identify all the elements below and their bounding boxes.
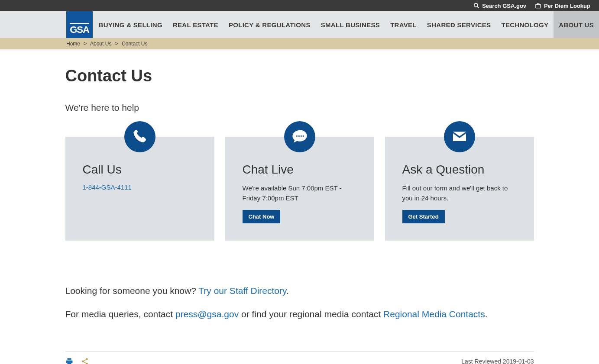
breadcrumb: Home > About Us > Contact Us bbox=[0, 38, 599, 49]
footer-icons bbox=[65, 358, 89, 364]
breadcrumb-separator: > bbox=[115, 41, 118, 47]
nav-technology[interactable]: TECHNOLOGY bbox=[496, 11, 554, 38]
per-diem-link[interactable]: Per Diem Lookup bbox=[535, 3, 590, 9]
search-icon bbox=[473, 3, 479, 9]
breadcrumb-home[interactable]: Home bbox=[66, 41, 80, 47]
phone-icon bbox=[124, 121, 155, 152]
breadcrumb-separator: > bbox=[84, 41, 87, 47]
gsa-logo[interactable]: GSA bbox=[66, 11, 93, 38]
search-link[interactable]: Search GSA.gov bbox=[473, 3, 526, 9]
nav-shared-services[interactable]: SHARED SERVICES bbox=[422, 11, 496, 38]
print-icon[interactable] bbox=[65, 358, 73, 364]
chat-icon bbox=[284, 121, 315, 152]
svg-point-8 bbox=[86, 358, 88, 361]
per-diem-label: Per Diem Lookup bbox=[544, 3, 590, 9]
page-subtitle: We're here to help bbox=[65, 103, 534, 113]
svg-point-3 bbox=[296, 135, 297, 137]
ask-title: Ask a Question bbox=[402, 163, 517, 177]
nav-policy-regulations[interactable]: POLICY & REGULATIONS bbox=[223, 11, 316, 38]
main-content: Contact Us We're here to help Call Us 1-… bbox=[65, 67, 534, 364]
staff-directory-link[interactable]: Try our Staff Directory bbox=[198, 286, 286, 296]
call-card: Call Us 1-844-GSA-4111 bbox=[65, 137, 214, 241]
chat-text: We're available Sun 7:00pm EST - Friday … bbox=[243, 184, 357, 203]
chat-card: Chat Live We're available Sun 7:00pm EST… bbox=[225, 137, 374, 241]
media-post: . bbox=[485, 309, 488, 319]
svg-point-9 bbox=[82, 361, 84, 363]
mail-icon bbox=[444, 121, 475, 152]
nav-about-us[interactable]: ABOUT US bbox=[554, 11, 599, 38]
nav-items: BUYING & SELLING REAL ESTATE POLICY & RE… bbox=[94, 11, 599, 38]
media-queries-text: For media queries, contact press@gsa.gov… bbox=[65, 307, 534, 321]
get-started-button[interactable]: Get Started bbox=[402, 210, 445, 223]
ask-text: Fill out our form and we'll get back to … bbox=[402, 184, 517, 203]
page-title: Contact Us bbox=[65, 67, 534, 85]
main-nav-bar: GSA BUYING & SELLING REAL ESTATE POLICY … bbox=[0, 11, 599, 38]
press-email-link[interactable]: press@gsa.gov bbox=[175, 309, 239, 319]
chat-now-button[interactable]: Chat Now bbox=[243, 210, 281, 223]
nav-small-business[interactable]: SMALL BUSINESS bbox=[316, 11, 385, 38]
svg-point-5 bbox=[300, 135, 301, 137]
nav-real-estate[interactable]: REAL ESTATE bbox=[168, 11, 223, 38]
breadcrumb-about[interactable]: About Us bbox=[90, 41, 111, 47]
nav-travel[interactable]: TRAVEL bbox=[385, 11, 422, 38]
nav-buying-selling[interactable]: BUYING & SELLING bbox=[94, 11, 168, 38]
logo-text: GSA bbox=[70, 24, 89, 35]
phone-link[interactable]: 1-844-GSA-4111 bbox=[83, 184, 132, 191]
share-icon[interactable] bbox=[81, 358, 89, 364]
svg-line-1 bbox=[477, 6, 479, 8]
contact-cards: Call Us 1-844-GSA-4111 Chat Live We're a… bbox=[65, 137, 534, 241]
top-utility-bar: Search GSA.gov Per Diem Lookup bbox=[0, 0, 599, 11]
ask-card: Ask a Question Fill out our form and we'… bbox=[385, 137, 534, 241]
regional-media-link[interactable]: Regional Media Contacts bbox=[383, 309, 485, 319]
chat-title: Chat Live bbox=[243, 163, 357, 177]
svg-point-4 bbox=[298, 135, 299, 137]
svg-point-6 bbox=[302, 135, 304, 137]
staff-directory-text: Looking for someone you know? Try our St… bbox=[65, 284, 534, 298]
breadcrumb-current: Contact Us bbox=[122, 41, 147, 47]
search-label: Search GSA.gov bbox=[482, 3, 526, 9]
staff-post: . bbox=[286, 286, 289, 296]
call-title: Call Us bbox=[83, 163, 197, 177]
media-mid: or find your regional media contact bbox=[239, 309, 383, 319]
staff-pre: Looking for someone you know? bbox=[65, 286, 199, 296]
briefcase-icon bbox=[535, 3, 541, 9]
svg-rect-2 bbox=[536, 4, 541, 8]
media-pre: For media queries, contact bbox=[65, 309, 175, 319]
svg-point-0 bbox=[474, 3, 478, 7]
last-reviewed: Last Reviewed 2019-01-03 bbox=[461, 358, 534, 364]
page-footer-row: Last Reviewed 2019-01-03 bbox=[65, 351, 534, 364]
